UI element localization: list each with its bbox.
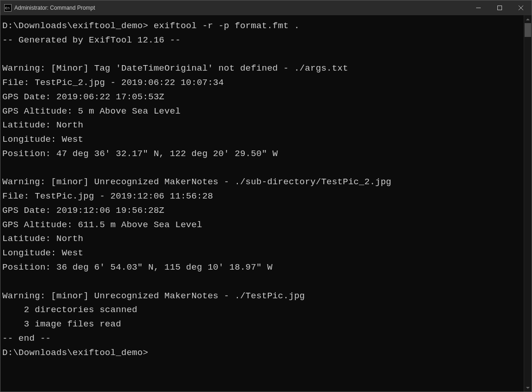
terminal-prompt: D:\Downloads\exiftool_demo> xyxy=(2,348,148,358)
command-prompt-window: C:\ Administrator: Command Prompt D:\Dow… xyxy=(0,0,532,392)
terminal-line: GPS Date: 2019:06:22 17:05:53Z xyxy=(2,92,164,102)
minimize-icon xyxy=(476,6,481,10)
terminal-line: GPS Altitude: 611.5 m Above Sea Level xyxy=(2,220,202,230)
scroll-track[interactable] xyxy=(524,23,532,384)
terminal-line: Position: 36 deg 6' 54.03" N, 115 deg 10… xyxy=(2,262,272,272)
titlebar[interactable]: C:\ Administrator: Command Prompt xyxy=(0,0,532,15)
chevron-up-icon xyxy=(526,18,530,20)
terminal-line: Warning: [Minor] Tag 'DateTimeOriginal' … xyxy=(2,63,348,73)
terminal-line: -- Generated by ExifTool 12.16 -- xyxy=(2,35,181,45)
scroll-thumb[interactable] xyxy=(525,23,531,37)
scroll-up-arrow[interactable] xyxy=(524,15,532,23)
terminal-line: Warning: [minor] Unrecognized MakerNotes… xyxy=(2,291,305,301)
terminal-line: Latitude: North xyxy=(2,234,84,244)
minimize-button[interactable] xyxy=(468,0,489,15)
terminal-line: 2 directories scanned xyxy=(2,305,138,315)
terminal-line: Warning: [minor] Unrecognized MakerNotes… xyxy=(2,177,392,187)
terminal-line: Position: 47 deg 36' 32.17" N, 122 deg 2… xyxy=(2,149,278,159)
terminal-line: File: TestPic_2.jpg - 2019:06:22 10:07:3… xyxy=(2,78,224,88)
terminal-body: D:\Downloads\exiftool_demo> exiftool -r … xyxy=(0,15,532,392)
svg-rect-1 xyxy=(498,6,502,10)
terminal-line: Longitude: West xyxy=(2,248,84,258)
terminal-line: 3 image files read xyxy=(2,319,121,329)
close-icon xyxy=(519,6,523,10)
window-controls xyxy=(468,0,532,15)
terminal-line: -- end -- xyxy=(2,333,51,344)
scroll-down-arrow[interactable] xyxy=(524,384,532,392)
terminal-line: GPS Date: 2019:12:06 19:56:28Z xyxy=(2,205,164,216)
cursor xyxy=(148,348,153,358)
cmd-icon: C:\ xyxy=(4,4,12,12)
terminal-line: Longitude: West xyxy=(2,134,84,145)
terminal-line: GPS Altitude: 5 m Above Sea Level xyxy=(2,106,181,116)
terminal-line: D:\Downloads\exiftool_demo> exiftool -r … xyxy=(2,21,300,31)
chevron-down-icon xyxy=(526,387,530,389)
terminal-output[interactable]: D:\Downloads\exiftool_demo> exiftool -r … xyxy=(0,15,524,392)
close-button[interactable] xyxy=(510,0,532,15)
maximize-icon xyxy=(497,6,502,10)
maximize-button[interactable] xyxy=(489,0,510,15)
terminal-line: File: TestPic.jpg - 2019:12:06 11:56:28 xyxy=(2,191,213,201)
window-title: Administrator: Command Prompt xyxy=(14,5,468,11)
terminal-line: Latitude: North xyxy=(2,120,84,130)
scrollbar[interactable] xyxy=(524,15,532,392)
